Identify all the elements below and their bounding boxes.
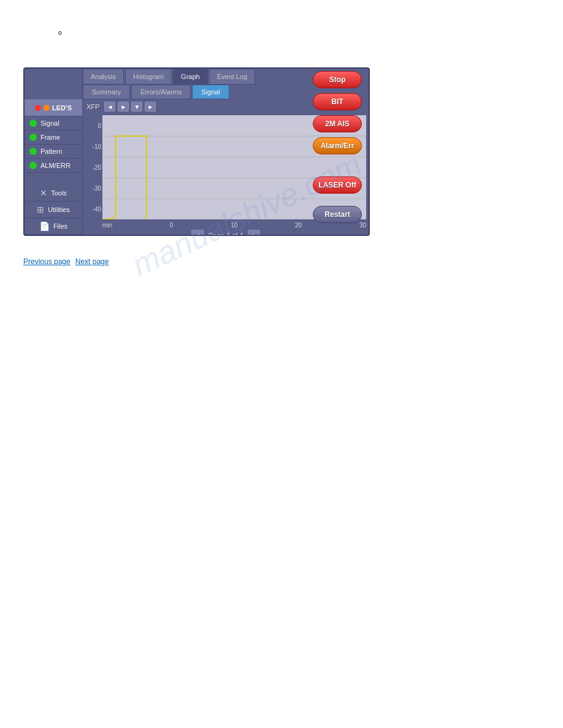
almerr-indicator [29, 162, 37, 169]
tab-errors-alarms[interactable]: Errors/Alarms [131, 85, 191, 99]
sidebar-item-frame[interactable]: Frame [25, 131, 82, 145]
y-label-30: -30 [85, 185, 101, 192]
tools-label: Tools [51, 189, 67, 197]
prev-page-link[interactable]: Previous page [23, 257, 71, 266]
x-label-20: 20 [295, 222, 302, 229]
sidebar-item-pattern[interactable]: Pattern [25, 145, 82, 159]
frame-label: Frame [40, 134, 60, 141]
sidebar-utilities[interactable]: ⊞ Utilities [25, 202, 82, 218]
next-page-link[interactable]: Next page [75, 257, 109, 266]
sidebar-files[interactable]: 📄 Files [25, 218, 82, 235]
nav-down[interactable]: ▼ [131, 102, 142, 112]
utilities-label: Utilities [48, 206, 69, 213]
y-label-40: -40 [85, 206, 101, 213]
leds-label: LED'S [52, 104, 72, 112]
sidebar-item-signal[interactable]: Signal [25, 116, 82, 131]
pattern-label: Pattern [40, 148, 62, 155]
y-label-20: -20 [85, 164, 101, 171]
tab-event-log[interactable]: Event Log [209, 69, 256, 85]
xfp-label: XFP [86, 103, 99, 110]
page-next-btn[interactable]: ► [248, 230, 260, 235]
x-label-min: min [102, 222, 112, 229]
nav-next[interactable]: ► [118, 102, 129, 112]
bit-button[interactable]: BIT [313, 93, 362, 110]
x-label-10: 10 [231, 222, 237, 229]
almerr-label: ALM/ERR [40, 162, 71, 169]
page-prev-btn[interactable]: ◄ [191, 230, 204, 235]
y-label-10: -10 [85, 143, 101, 150]
tab-histogram[interactable]: Histogram [125, 69, 172, 85]
signal-label: Signal [40, 119, 59, 127]
led-red [35, 105, 41, 111]
y-label-0: 0 [85, 123, 101, 129]
x-label-0: 0 [170, 222, 174, 229]
utilities-icon: ⊞ [37, 205, 44, 214]
links-row: Previous page Next page [23, 257, 109, 266]
files-label: Files [53, 222, 67, 230]
sidebar: LED'S Signal Frame Pattern ALM/ERR ✕ To [25, 99, 83, 235]
alarm-err-button[interactable]: Alarm/Err [313, 137, 362, 154]
restart-button[interactable]: Restart [313, 206, 362, 223]
nav-forward[interactable]: ► [145, 102, 156, 112]
y-axis-labels: 0 -10 -20 -30 -40 [85, 115, 102, 219]
pattern-indicator [29, 148, 37, 155]
tab-summary[interactable]: Summary [83, 85, 130, 99]
sidebar-leds[interactable]: LED'S [25, 99, 82, 116]
right-panel: Stop BIT 2M AIS Alarm/Err LASER Off Rest… [313, 67, 368, 227]
led-orange [44, 105, 50, 111]
sidebar-item-almerr[interactable]: ALM/ERR [25, 159, 82, 173]
bullet-point: o [58, 29, 62, 36]
laser-off-button[interactable]: LASER Off [313, 176, 362, 194]
nav-prev[interactable]: ◄ [104, 102, 115, 112]
sidebar-tools[interactable]: ✕ Tools [25, 185, 82, 202]
tools-icon: ✕ [40, 188, 47, 198]
2m-ais-button[interactable]: 2M AIS [313, 115, 362, 132]
tab-analysis[interactable]: Analysis [83, 69, 124, 85]
page-indicator: Page 4 of 4 [209, 232, 243, 235]
tab-graph[interactable]: Graph [173, 69, 208, 85]
tab-signal[interactable]: Signal [192, 85, 229, 99]
frame-indicator [29, 134, 37, 141]
files-icon: 📄 [39, 221, 50, 231]
stop-button[interactable]: Stop [313, 71, 362, 88]
page-row: ◄ Page 4 of 4 ► [83, 230, 369, 235]
signal-indicator [29, 119, 37, 127]
